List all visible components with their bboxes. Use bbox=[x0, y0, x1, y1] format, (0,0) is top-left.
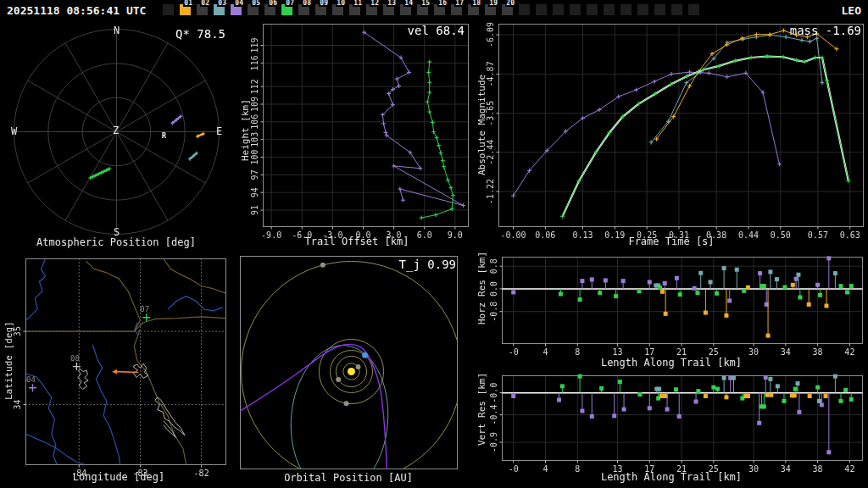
station-slot-20: 20 bbox=[502, 4, 513, 15]
station-id-label: 07 bbox=[285, 0, 295, 7]
frame-time-x-title: Frame Time [s] bbox=[475, 236, 868, 247]
timestamp: 20251118 08:56:41 UTC bbox=[7, 4, 146, 17]
station-slot-15: 15 bbox=[417, 4, 428, 15]
height-y-title: Height [km] bbox=[240, 97, 251, 164]
station-slot-blank bbox=[637, 4, 648, 15]
station-id-label: 15 bbox=[420, 0, 431, 7]
station-id-label: 06 bbox=[268, 0, 278, 7]
station-slot-18: 18 bbox=[468, 4, 479, 15]
station-slot-blank bbox=[536, 4, 547, 15]
station-id-label: 13 bbox=[387, 0, 397, 7]
station-slot-blank bbox=[654, 4, 665, 15]
longitude-x-title: Longitude [deg] bbox=[0, 471, 237, 483]
station-slot-13: 13 bbox=[383, 4, 394, 15]
atmospheric-position-title: Atmospheric Position [deg] bbox=[5, 236, 227, 248]
station-slot-06: 06 bbox=[264, 4, 275, 15]
station-slot-blank bbox=[604, 4, 615, 15]
station-status-box bbox=[519, 4, 530, 15]
station-slot-10: 10 bbox=[332, 4, 343, 15]
light-curve-plot bbox=[475, 20, 868, 249]
station-slot-blank bbox=[671, 4, 682, 15]
station-status-box bbox=[163, 4, 174, 15]
station-slot-04: 04 bbox=[231, 4, 242, 15]
station-id-label: 18 bbox=[471, 0, 481, 7]
station-slot-blank bbox=[553, 4, 564, 15]
mass-stat: mass -1.69 bbox=[678, 24, 861, 37]
station-id-label: 12 bbox=[370, 0, 380, 7]
vert-res-y-title: Vert Res [km] bbox=[476, 372, 487, 446]
station-status-box bbox=[688, 4, 699, 15]
station-slot-05: 05 bbox=[248, 4, 259, 15]
orbital-position-title: Orbital Position [AU] bbox=[237, 472, 459, 484]
atmospheric-position-plot bbox=[5, 22, 227, 239]
vert-residuals-plot bbox=[475, 369, 868, 488]
station-id-label: 05 bbox=[251, 0, 261, 7]
station-id-label: 01 bbox=[183, 0, 193, 7]
station-slot-blank bbox=[620, 4, 632, 15]
latitude-y-title: Latitude [deg] bbox=[3, 322, 14, 400]
q-star-stat: Q* 78.5 bbox=[102, 27, 225, 41]
station-id-label: 09 bbox=[319, 0, 329, 7]
station-id-label: 14 bbox=[403, 0, 414, 7]
orbital-position-plot bbox=[237, 249, 459, 488]
station-id-label: 19 bbox=[488, 0, 498, 7]
station-slot-17: 17 bbox=[451, 4, 462, 15]
station-status-box bbox=[536, 4, 547, 15]
station-id-label: 10 bbox=[336, 0, 346, 7]
trail-offset-plot bbox=[237, 20, 476, 249]
station-slot-blank bbox=[570, 4, 581, 15]
station-id-label: 11 bbox=[353, 0, 363, 7]
station-status-box bbox=[654, 4, 665, 15]
station-slot-16: 16 bbox=[434, 4, 445, 15]
tisserand-stat: T_j 0.99 bbox=[322, 258, 456, 271]
velocity-stat: vel 68.4 bbox=[322, 24, 465, 37]
horz-res-y-title: Horz Res [km] bbox=[476, 251, 487, 325]
station-id-label: 08 bbox=[302, 0, 312, 7]
station-slot-03: 03 bbox=[214, 4, 225, 15]
station-status-box bbox=[671, 4, 682, 15]
station-id-label: 04 bbox=[234, 0, 244, 7]
absolute-magnitude-y-title: Absolute Magnitude bbox=[476, 71, 487, 178]
station-id-label: 03 bbox=[217, 0, 227, 7]
station-slot-blank bbox=[519, 4, 530, 15]
station-slot-blank bbox=[163, 4, 174, 15]
station-status-box bbox=[604, 4, 615, 15]
station-slot-11: 11 bbox=[349, 4, 360, 15]
trail-offset-x-title: Trail Offset [km] bbox=[237, 236, 476, 247]
meteor-monitor-app: 20251118 08:56:41 UTC 010203040506070809… bbox=[0, 0, 868, 488]
station-slot-blank bbox=[688, 4, 699, 15]
station-slot-01: 01 bbox=[180, 4, 191, 15]
ground-map-plot bbox=[0, 249, 237, 488]
station-id-label: 20 bbox=[505, 0, 515, 7]
station-slot-12: 12 bbox=[366, 4, 377, 15]
station-slot-14: 14 bbox=[400, 4, 411, 15]
station-indicators: 0102030405060708091011121314151617181920 bbox=[163, 4, 699, 15]
station-status-box bbox=[570, 4, 581, 15]
station-status-box bbox=[620, 4, 632, 15]
station-id-label: 16 bbox=[437, 0, 448, 7]
station-id-label: 17 bbox=[454, 0, 465, 7]
station-status-box bbox=[637, 4, 648, 15]
station-slot-blank bbox=[587, 4, 598, 15]
station-slot-02: 02 bbox=[197, 4, 208, 15]
station-id-label: 02 bbox=[200, 0, 210, 7]
mode-label: LEO bbox=[842, 4, 861, 17]
station-slot-09: 09 bbox=[315, 4, 326, 15]
station-slot-08: 08 bbox=[298, 4, 309, 15]
station-slot-07: 07 bbox=[281, 4, 292, 15]
station-status-box bbox=[553, 4, 564, 15]
horz-residuals-plot bbox=[475, 249, 868, 369]
station-slot-19: 19 bbox=[485, 4, 496, 15]
vert-res-x-title: Length Along Trail [km] bbox=[475, 471, 868, 483]
horz-res-x-title: Length Along Trail [km] bbox=[475, 357, 868, 369]
status-bar: 20251118 08:56:41 UTC 010203040506070809… bbox=[0, 0, 868, 20]
station-status-box bbox=[587, 4, 598, 15]
